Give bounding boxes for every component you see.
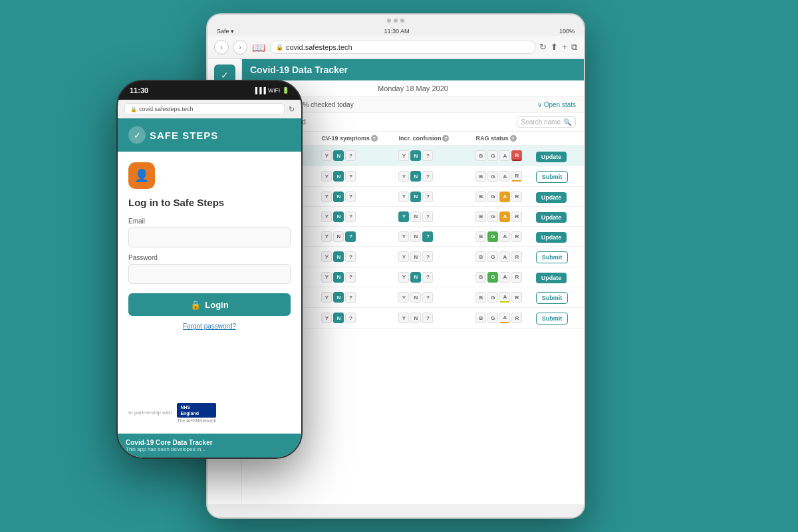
cv19-n-btn[interactable]: N xyxy=(333,292,344,303)
confusion-n-btn[interactable]: N xyxy=(410,251,421,262)
cv19-y-btn[interactable]: Y xyxy=(321,251,332,262)
cv19-n-btn[interactable]: N xyxy=(333,231,344,242)
rag-r-btn[interactable]: R xyxy=(511,171,522,182)
rag-a-btn[interactable]: A xyxy=(499,192,510,202)
confusion-n-btn[interactable]: N xyxy=(410,313,421,323)
confusion-y-btn[interactable]: Y xyxy=(398,171,409,182)
rag-r-btn[interactable]: R xyxy=(511,192,522,202)
cv19-q-btn[interactable]: ? xyxy=(345,171,356,182)
forward-button[interactable]: › xyxy=(233,40,247,55)
cv19-n-btn[interactable]: N xyxy=(333,171,344,182)
refresh-icon[interactable]: ↻ xyxy=(539,42,547,53)
rag-a-btn[interactable]: A xyxy=(499,150,510,161)
rag-r-btn[interactable]: R xyxy=(511,211,522,222)
submit-button[interactable]: Submit xyxy=(536,292,569,304)
update-button[interactable]: Update xyxy=(536,212,567,223)
confusion-info-icon[interactable]: ? xyxy=(442,135,449,142)
rag-b-btn[interactable]: B xyxy=(475,231,486,242)
cv19-n-btn[interactable]: N xyxy=(333,313,344,323)
rag-g-btn[interactable]: G xyxy=(487,231,498,242)
update-button[interactable]: Update xyxy=(536,152,567,162)
open-stats-link[interactable]: ∨ Open stats xyxy=(537,101,576,108)
cv19-q-btn[interactable]: ? xyxy=(345,313,356,323)
back-button[interactable]: ‹ xyxy=(214,40,229,55)
confusion-n-btn[interactable]: N xyxy=(410,211,421,222)
confusion-y-btn[interactable]: Y xyxy=(398,251,409,262)
cv19-y-btn[interactable]: Y xyxy=(321,272,332,283)
update-button[interactable]: Update xyxy=(536,192,567,203)
login-button[interactable]: 🔒 Login xyxy=(128,293,291,316)
rag-a-btn[interactable]: A xyxy=(499,251,510,262)
rag-b-btn[interactable]: B xyxy=(475,292,486,303)
rag-b-btn[interactable]: B xyxy=(475,171,486,182)
cv19-y-btn[interactable]: Y xyxy=(321,150,332,161)
rag-r-btn[interactable]: R xyxy=(511,292,522,303)
confusion-n-btn[interactable]: N xyxy=(410,150,421,161)
rag-r-btn[interactable]: R xyxy=(511,272,522,283)
cv19-y-btn[interactable]: Y xyxy=(321,192,332,202)
phone-reload-icon[interactable]: ↻ xyxy=(289,105,295,114)
rag-b-btn[interactable]: B xyxy=(475,211,486,222)
confusion-y-btn[interactable]: Y xyxy=(398,150,409,161)
confusion-y-btn[interactable]: Y xyxy=(398,231,409,242)
confusion-n-btn[interactable]: N xyxy=(410,171,421,182)
cv19-y-btn[interactable]: Y xyxy=(321,211,332,222)
rag-a-btn[interactable]: A xyxy=(499,171,510,182)
cv19-y-btn[interactable]: Y xyxy=(321,231,332,242)
forgot-password-link[interactable]: Forgot password? xyxy=(128,323,291,330)
confusion-q-btn[interactable]: ? xyxy=(422,231,433,242)
submit-button[interactable]: Submit xyxy=(536,251,569,263)
rag-g-btn[interactable]: G xyxy=(487,192,498,202)
confusion-q-btn[interactable]: ? xyxy=(422,292,433,303)
rag-r-btn[interactable]: R xyxy=(511,313,522,323)
rag-g-btn[interactable]: G xyxy=(487,171,498,182)
rag-g-btn[interactable]: G xyxy=(487,251,498,262)
cv19-info-icon[interactable]: ? xyxy=(371,135,378,142)
cv19-y-btn[interactable]: Y xyxy=(321,292,332,303)
confusion-y-btn[interactable]: Y xyxy=(398,211,409,222)
rag-b-btn[interactable]: B xyxy=(475,272,486,283)
rag-a-btn[interactable]: A xyxy=(499,313,510,323)
cv19-q-btn[interactable]: ? xyxy=(345,231,356,242)
confusion-n-btn[interactable]: N xyxy=(410,272,421,283)
add-tab-icon[interactable]: + xyxy=(562,42,567,53)
confusion-q-btn[interactable]: ? xyxy=(422,251,433,262)
cv19-y-btn[interactable]: Y xyxy=(321,313,332,323)
url-bar[interactable]: 🔒 covid.safesteps.tech xyxy=(270,41,535,54)
rag-a-btn[interactable]: A xyxy=(499,211,510,222)
confusion-q-btn[interactable]: ? xyxy=(422,211,433,222)
confusion-n-btn[interactable]: N xyxy=(410,292,421,303)
rag-info-icon[interactable]: ? xyxy=(510,135,517,142)
submit-button[interactable]: Submit xyxy=(536,171,569,183)
confusion-n-btn[interactable]: N xyxy=(410,192,421,202)
rag-a-btn[interactable]: A xyxy=(499,231,510,242)
rag-r-btn[interactable]: R xyxy=(511,251,522,262)
rag-b-btn[interactable]: B xyxy=(475,313,486,323)
confusion-q-btn[interactable]: ? xyxy=(422,272,433,283)
cv19-q-btn[interactable]: ? xyxy=(345,292,356,303)
cv19-q-btn[interactable]: ? xyxy=(345,272,356,283)
rag-g-btn[interactable]: G xyxy=(487,292,498,303)
rag-r-btn[interactable]: R xyxy=(511,150,522,161)
rag-b-btn[interactable]: B xyxy=(475,192,486,202)
cv19-q-btn[interactable]: ? xyxy=(345,211,356,222)
phone-url-bar[interactable]: 🔒 covid.safesteps.tech xyxy=(124,103,285,115)
rag-b-btn[interactable]: B xyxy=(475,150,486,161)
confusion-n-btn[interactable]: N xyxy=(410,231,421,242)
cv19-n-btn[interactable]: N xyxy=(333,251,344,262)
tabs-icon[interactable]: ⧉ xyxy=(571,42,577,53)
rag-g-btn[interactable]: G xyxy=(487,272,498,283)
confusion-y-btn[interactable]: Y xyxy=(398,313,409,323)
cv19-n-btn[interactable]: N xyxy=(333,272,344,283)
update-button[interactable]: Update xyxy=(536,273,567,283)
share-icon[interactable]: ⬆ xyxy=(551,42,558,53)
rag-a-btn[interactable]: A xyxy=(499,272,510,283)
email-input[interactable] xyxy=(128,227,291,247)
cv19-y-btn[interactable]: Y xyxy=(321,171,332,182)
rag-g-btn[interactable]: G xyxy=(487,313,498,323)
rag-g-btn[interactable]: G xyxy=(487,150,498,161)
rag-a-btn[interactable]: A xyxy=(499,292,510,303)
rag-b-btn[interactable]: B xyxy=(475,251,486,262)
rag-r-btn[interactable]: R xyxy=(511,231,522,242)
confusion-q-btn[interactable]: ? xyxy=(422,192,433,202)
